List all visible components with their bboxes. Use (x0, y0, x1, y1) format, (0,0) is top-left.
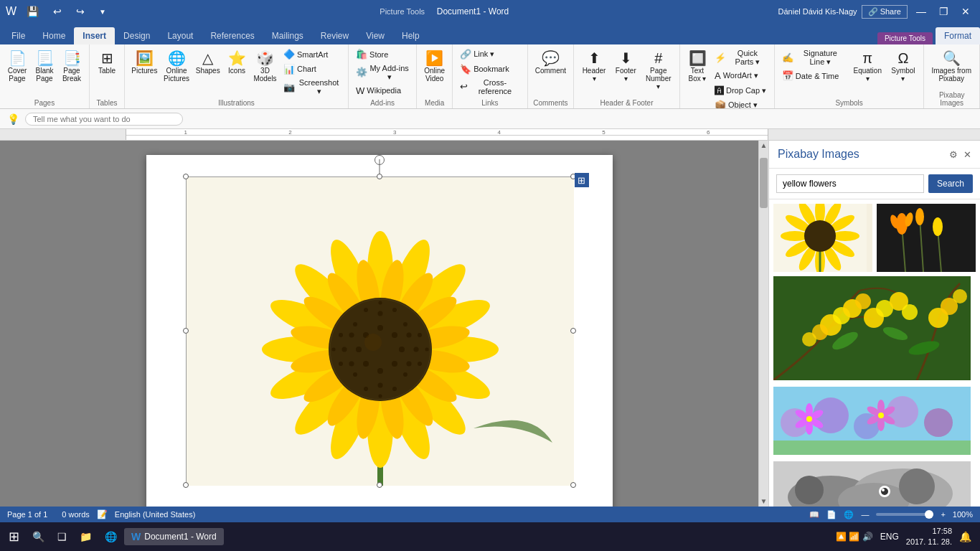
close-btn[interactable]: ✕ (957, 4, 974, 19)
screenshot-btn[interactable]: 📷 Screenshot ▾ (281, 77, 344, 98)
word-taskbar-btn[interactable]: W Document1 - Word (124, 528, 224, 545)
date-display: 2017. 11. 28. (906, 537, 952, 547)
comment-btn[interactable]: 💬 Comment (532, 47, 569, 77)
search-input[interactable] (776, 174, 924, 193)
online-video-btn[interactable]: ▶️ OnlineVideo (421, 47, 448, 85)
equation-icon: π (862, 50, 872, 67)
time-display: 17:58 (906, 526, 952, 537)
link-btn[interactable]: 🔗 Link ▾ (457, 47, 523, 62)
pictures-btn[interactable]: 🖼️ Pictures (129, 47, 160, 77)
document-image[interactable] (186, 176, 573, 485)
page-number-btn[interactable]: # PageNumber ▾ (642, 47, 675, 93)
tab-file[interactable]: File (3, 27, 34, 44)
pixabay-label: Pixabay Images (928, 90, 975, 107)
svg-point-53 (403, 372, 407, 377)
zoom-slider[interactable] (876, 513, 933, 516)
zoom-plus[interactable]: + (941, 510, 945, 519)
handle-tl[interactable] (183, 174, 189, 179)
handle-tc[interactable] (377, 174, 382, 179)
image-container[interactable]: ⊞ (186, 176, 573, 485)
panel-settings-icon[interactable]: ⚙ (949, 149, 958, 160)
search-button[interactable]: Search (928, 174, 973, 193)
cover-page-btn[interactable]: 📄 CoverPage (4, 47, 30, 85)
handle-br[interactable] (570, 482, 576, 488)
image-thumb-1[interactable] (773, 204, 872, 272)
3d-models-btn[interactable]: 🎲 3DModels (251, 47, 279, 85)
online-pictures-btn[interactable]: 🌐 OnlinePictures (161, 47, 192, 85)
handle-bl[interactable] (183, 482, 189, 488)
date-time-btn[interactable]: 📅 Date & Time (779, 69, 848, 83)
browser-btn[interactable]: 🌐 (99, 528, 123, 545)
save-btn[interactable]: 💾 (22, 4, 43, 19)
tab-insert[interactable]: Insert (74, 27, 115, 44)
chart-btn[interactable]: 📊 Chart (281, 62, 344, 77)
object-btn[interactable]: 📦 Object ▾ (712, 98, 770, 109)
start-button[interactable]: ⊞ (3, 526, 25, 547)
customize-btn[interactable]: ▼ (95, 6, 110, 17)
header-btn[interactable]: ⬆ Header ▾ (578, 47, 610, 85)
search-taskbar[interactable]: 🔍 (27, 528, 50, 545)
cross-reference-btn[interactable]: ↩ Cross-reference (457, 77, 523, 97)
wordart-btn[interactable]: A WordArt ▾ (712, 69, 770, 83)
signature-line-btn[interactable]: ✍ Signature Line ▾ (779, 47, 848, 68)
panel-close-icon[interactable]: ✕ (963, 149, 971, 160)
view-print-icon[interactable]: 📄 (826, 510, 837, 519)
scrollbar-down[interactable]: ▼ (759, 496, 768, 507)
footer-btn[interactable]: ⬇ Footer ▾ (611, 47, 641, 85)
handle-bc[interactable] (377, 482, 382, 488)
tab-references[interactable]: References (202, 27, 263, 44)
symbol-btn[interactable]: Ω Symbol ▾ (887, 47, 919, 85)
tab-view[interactable]: View (357, 27, 393, 44)
tab-help[interactable]: Help (393, 27, 428, 44)
table-btn[interactable]: ⊞ Table (94, 47, 120, 77)
handle-ml[interactable] (183, 328, 189, 334)
maximize-btn[interactable]: ❐ (935, 4, 953, 19)
image-thumb-5[interactable] (773, 461, 976, 507)
notifications-btn[interactable]: 🔔 (959, 531, 971, 542)
tab-format[interactable]: Format (936, 27, 980, 44)
blank-page-btn[interactable]: 📃 BlankPage (32, 47, 57, 85)
my-addins-btn[interactable]: ⚙️ My Add-ins ▾ (353, 62, 412, 83)
scrollbar-thumb[interactable] (760, 158, 768, 208)
page-break-btn[interactable]: 📑 PageBreak (59, 47, 85, 85)
icons-btn[interactable]: ⭐ Icons (224, 47, 250, 77)
bookmark-btn[interactable]: 🔖 Bookmark (457, 62, 523, 77)
view-web-icon[interactable]: 🌐 (844, 510, 854, 519)
image-thumb-2[interactable] (877, 204, 976, 272)
tell-me-input[interactable] (25, 113, 183, 126)
proofing-icon[interactable]: 📝 (97, 509, 108, 519)
tab-review[interactable]: Review (312, 27, 357, 44)
quick-parts-btn[interactable]: ⚡ Quick Parts ▾ (712, 47, 770, 68)
scrollbar-up[interactable]: ▲ (759, 141, 768, 151)
pixabay-btn[interactable]: 🔍 Images fromPixabay (928, 47, 974, 85)
view-read-icon[interactable]: 📖 (809, 510, 819, 519)
tab-layout[interactable]: Layout (159, 27, 202, 44)
minimize-btn[interactable]: — (912, 4, 930, 19)
tab-design[interactable]: Design (115, 27, 159, 44)
text-box-btn[interactable]: 🔲 TextBox ▾ (684, 47, 710, 85)
3d-models-icon: 🎲 (256, 50, 274, 67)
wikipedia-btn[interactable]: W Wikipedia (353, 84, 412, 98)
handle-mr[interactable] (570, 328, 576, 334)
file-explorer-btn[interactable]: 📁 (74, 528, 98, 545)
smartart-btn[interactable]: 🔷 SmartArt (281, 47, 344, 62)
store-btn[interactable]: 🛍️ Store (353, 47, 412, 62)
image-thumb-3[interactable] (773, 276, 976, 382)
media-label: Media (421, 98, 448, 107)
shapes-btn[interactable]: △ Shapes (193, 47, 222, 77)
tab-home[interactable]: Home (34, 27, 74, 44)
share-btn[interactable]: 🔗 Share (862, 5, 908, 19)
equation-btn[interactable]: π Equation ▾ (849, 47, 885, 85)
image-thumb-4[interactable] (773, 387, 976, 457)
document-page: ⊞ (146, 155, 613, 507)
tab-mailings[interactable]: Mailings (263, 27, 312, 44)
task-view-btn[interactable]: ❑ (52, 528, 72, 545)
redo-btn[interactable]: ↪ (72, 4, 89, 19)
drop-cap-btn[interactable]: 🅰 Drop Cap ▾ (712, 84, 770, 98)
layout-icon[interactable]: ⊞ (575, 173, 589, 187)
zoom-minus[interactable]: — (861, 510, 869, 519)
thumb-svg-2 (877, 204, 970, 272)
svg-point-67 (364, 334, 382, 351)
tell-me-icon: 💡 (7, 113, 19, 125)
undo-btn[interactable]: ↩ (49, 4, 66, 19)
